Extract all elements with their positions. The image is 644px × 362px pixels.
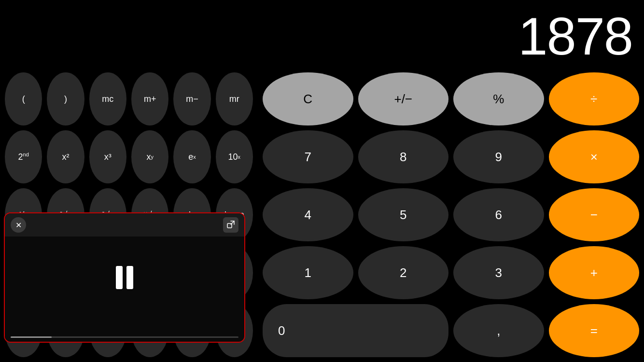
btn-4[interactable]: 4 <box>263 188 353 241</box>
btn-open-paren[interactable]: ( <box>5 72 42 125</box>
btn-9[interactable]: 9 <box>453 130 544 183</box>
pause-bar-left <box>116 266 123 289</box>
btn-ex[interactable]: ex <box>173 130 210 183</box>
btn-6[interactable]: 6 <box>453 188 544 241</box>
btn-close-paren[interactable]: ) <box>47 72 84 125</box>
pip-toolbar: ✕ <box>5 213 244 237</box>
btn-xy[interactable]: xy <box>131 130 168 183</box>
btn-7[interactable]: 7 <box>263 130 353 183</box>
btn-mminus[interactable]: m− <box>173 72 210 125</box>
btn-5[interactable]: 5 <box>358 188 449 241</box>
btn-1[interactable]: 1 <box>263 246 353 299</box>
btn-decimal[interactable]: , <box>453 304 544 357</box>
display-area: 1878 <box>258 0 644 68</box>
btn-subtract[interactable]: − <box>549 188 640 241</box>
main-calc-grid: C +/− % ÷ 7 8 9 × 4 5 6 − 1 2 3 + 0 , = <box>258 68 644 362</box>
btn-10x[interactable]: 10x <box>216 130 253 183</box>
btn-mplus[interactable]: m+ <box>131 72 168 125</box>
expand-icon <box>226 220 235 230</box>
btn-2nd[interactable]: 2nd <box>5 130 42 183</box>
btn-3[interactable]: 3 <box>453 246 544 299</box>
pip-progress-bar <box>11 336 238 338</box>
btn-percent[interactable]: % <box>453 72 544 125</box>
btn-equals[interactable]: = <box>549 304 640 357</box>
btn-divide[interactable]: ÷ <box>549 72 640 125</box>
pip-window: ✕ <box>4 212 245 343</box>
btn-posneg[interactable]: +/− <box>358 72 449 125</box>
close-icon: ✕ <box>15 221 22 230</box>
btn-0[interactable]: 0 <box>263 304 448 357</box>
btn-add[interactable]: + <box>549 246 640 299</box>
btn-mc[interactable]: mc <box>89 72 126 125</box>
btn-multiply[interactable]: × <box>549 130 640 183</box>
btn-xsquared[interactable]: x² <box>47 130 84 183</box>
pause-bar-right <box>126 266 133 289</box>
pip-progress-fill <box>11 336 52 338</box>
btn-2[interactable]: 2 <box>358 246 449 299</box>
display-value: 1878 <box>518 10 632 63</box>
pip-close-button[interactable]: ✕ <box>11 217 26 233</box>
btn-clear[interactable]: C <box>263 72 353 125</box>
pip-pause-icon <box>116 266 133 289</box>
pip-expand-button[interactable] <box>223 217 238 233</box>
btn-8[interactable]: 8 <box>358 130 449 183</box>
btn-mr[interactable]: mr <box>216 72 253 125</box>
btn-xcubed[interactable]: x³ <box>89 130 126 183</box>
